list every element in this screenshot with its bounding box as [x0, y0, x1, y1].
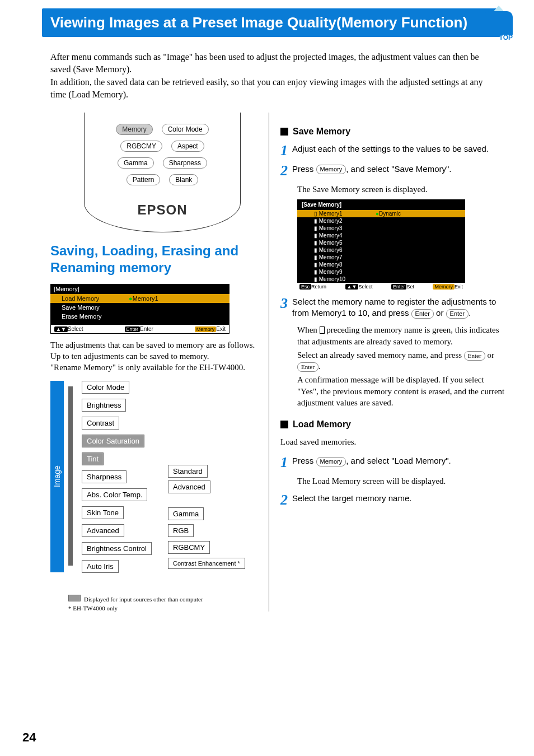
top-label: TOP [484, 34, 513, 41]
tree-item: Abs. Color Temp. [82, 488, 147, 501]
page-number: 24 [22, 730, 36, 745]
osd2-row: ▮ Memory9 [297, 268, 465, 276]
remote-memory-button: Memory [116, 124, 152, 135]
osd-footer: ▲▼Select EnterEnter MemoryExit [50, 324, 229, 334]
footnote-1: Displayed for input sources other than c… [68, 594, 257, 603]
osd2-row: ▮ Memory3 [297, 225, 465, 232]
osd2-row: ▯ Memory1●Dynamic [297, 210, 465, 217]
intro-p1: After menu commands such as "Image" has … [50, 51, 484, 76]
remote-illustration: Memory Color Mode RGBCMY Aspect Gamma Sh… [84, 113, 241, 232]
tree-item: Auto Iris [82, 560, 119, 573]
intro-p2: In addition, the saved data can be retri… [50, 76, 484, 101]
tree-sub-item: Gamma [168, 507, 204, 520]
page-title: Viewing Images at a Preset Image Quality… [50, 14, 467, 31]
osd-row-erase: Erase Memory [50, 312, 229, 321]
enter-button-inline: Enter [446, 309, 469, 319]
save-memory-heading: Save Memory [280, 127, 506, 137]
section-heading: Saving, Loading, Erasing and Renaming me… [50, 242, 257, 276]
tree-item: Color Saturation [82, 435, 144, 447]
footnote-2: * EH-TW4000 only [68, 605, 257, 612]
tree-sub-item: Advanced [168, 480, 210, 493]
save-step3-note1: When preceding the memory name is green,… [297, 324, 506, 347]
remote-rgbcmy-button: RGBCMY [120, 141, 162, 152]
load-step-2: 2 Select the target memory name. [280, 493, 506, 507]
remote-pattern-button: Pattern [127, 174, 161, 185]
tree-item: Brightness [82, 399, 126, 412]
load-memory-heading: Load Memory [280, 419, 506, 430]
osd-row-save: Save Memory [50, 303, 229, 312]
tree-item: Color Mode [82, 381, 129, 394]
enter-button-inline: Enter [411, 309, 434, 319]
tree-item: Contrast [82, 417, 119, 430]
top-nav-icon[interactable]: TOP [484, 11, 513, 43]
osd2-row: ▮ Memory10 [297, 276, 465, 283]
tree-item: Advanced [82, 524, 124, 537]
tree-sub-item: Contrast Enhancement * [168, 558, 245, 569]
enter-button-inline: Enter [297, 362, 318, 372]
osd2-row: ▮ Memory2 [297, 217, 465, 225]
save-step3-note3: A confirmation message will be displayed… [297, 374, 506, 408]
save-step-1: 1 Adjust each of the settings to the val… [280, 143, 506, 158]
bullet-icon [280, 421, 288, 428]
load-step1-note: The Load Memory screen will be displayed… [297, 475, 506, 487]
epson-logo: EPSON [101, 202, 223, 218]
osd2-row: ▮ Memory4 [297, 232, 465, 239]
memory-button-inline: Memory [316, 457, 346, 466]
remote-blank-button: Blank [169, 174, 198, 185]
grey-square-icon [68, 595, 81, 601]
memory-button-inline: Memory [316, 165, 346, 174]
remote-sharpness-button: Sharpness [163, 157, 207, 169]
remote-gamma-button: Gamma [118, 157, 154, 169]
osd-save-memory: [Save Memory] ▯ Memory1●Dynamic ▮ Memory… [297, 199, 465, 291]
osd-row-load: Load Memory ●Memory1 [50, 294, 229, 303]
osd-title: [Memory] [50, 284, 229, 294]
osd2-row: ▮ Memory8 [297, 261, 465, 268]
tree-item: Sharpness [82, 470, 127, 483]
home-icon [484, 11, 513, 35]
load-step-1: 1 Press Memory, and select "Load Memory"… [280, 455, 506, 470]
save-step-3: 3 Select the memory name to register the… [280, 296, 506, 319]
tree-item: Tint [82, 452, 104, 465]
remote-colormode-button: Color Mode [162, 124, 209, 135]
save-step3-note2: Select an already saved memory name, and… [297, 349, 506, 372]
save-step-2: 2 Press Memory, and select "Save Memory"… [280, 164, 506, 178]
tree-sub-item: RGBCMY [168, 541, 210, 554]
page-title-bar: Viewing Images at a Preset Image Quality… [42, 8, 500, 37]
tree-sub-item: Standard [168, 465, 208, 478]
load-intro: Load saved memories. [280, 436, 506, 447]
tree-item: Skin Tone [82, 506, 124, 519]
osd2-row: ▮ Memory7 [297, 254, 465, 261]
tree-sub-item: RGB [168, 524, 194, 537]
intro-block: After menu commands such as "Image" has … [50, 51, 484, 101]
cursor-icon [320, 326, 325, 334]
tree-item: Brightness Control [82, 542, 152, 555]
osd2-row: ▮ Memory6 [297, 246, 465, 254]
osd2-row: ▮ Memory5 [297, 239, 465, 246]
image-tree-diagram: Image Color Mode Brightness Contrast Col… [50, 381, 257, 594]
enter-button-inline: Enter [464, 351, 485, 361]
remote-aspect-button: Aspect [171, 141, 204, 152]
tree-root-label: Image [50, 381, 64, 572]
osd2-footer: EscReturn ▲▼Select EnterSet MemoryExit [297, 283, 465, 291]
bullet-icon [280, 128, 288, 136]
save-step2-note: The Save Memory screen is displayed. [297, 184, 506, 195]
left-paragraphs: The adjustments that can be saved to mem… [50, 339, 257, 374]
osd-memory-menu: [Memory] Load Memory ●Memory1 Save Memor… [50, 284, 229, 334]
